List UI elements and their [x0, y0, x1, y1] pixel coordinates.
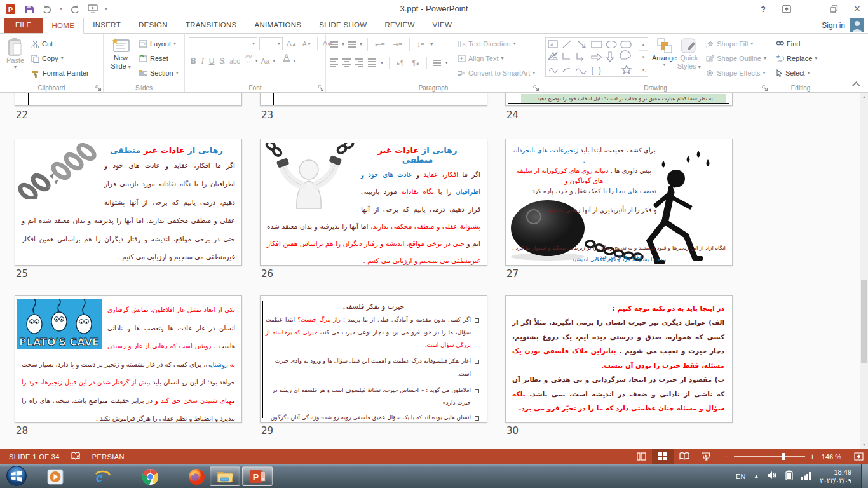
rtl-direction-button[interactable]: ¶◂ [410, 57, 420, 69]
decrease-font-size-button[interactable]: A▼ [301, 37, 314, 50]
battery-icon[interactable] [785, 470, 793, 482]
numbering-button[interactable] [348, 41, 356, 48]
tab-file[interactable]: FILE [4, 18, 43, 33]
font-dialog-launcher[interactable] [318, 85, 324, 91]
select-button[interactable]: Select▾ [774, 66, 819, 80]
character-spacing-button[interactable]: AV↔ [243, 55, 254, 67]
columns-button[interactable] [433, 60, 441, 66]
windows-media-player-icon[interactable] [46, 467, 65, 486]
show-desktop-button[interactable] [861, 464, 868, 488]
powerpoint-taskbar-button[interactable]: P [242, 466, 273, 486]
internet-explorer-icon[interactable]: e [93, 467, 112, 486]
avatar[interactable] [850, 18, 864, 32]
bullets-button[interactable] [330, 41, 338, 48]
change-case-button[interactable]: Aa [259, 55, 271, 67]
chrome-icon[interactable] [140, 467, 159, 486]
tab-home[interactable]: HOME [43, 18, 85, 34]
convert-to-smartart-button[interactable]: Convert to SmartArt▾ [456, 66, 537, 80]
slide-thumbnail-23[interactable] [260, 93, 487, 106]
normal-view-button[interactable] [630, 449, 652, 464]
slide-thumbnail-24[interactable]: به نظر شما کدام عبارت عمیق تر و جذاب تر … [505, 93, 733, 106]
sign-in-label[interactable]: Sign in [822, 21, 845, 30]
fit-slide-to-window-button[interactable] [849, 449, 868, 464]
slide-thumbnail-28[interactable]: PLATO'S CAVE یکی از ابعاد تمثیل غار افلا… [15, 295, 242, 423]
shape-outline-button[interactable]: Shape Outline▾ [703, 51, 768, 65]
ribbon-display-options-button[interactable] [781, 3, 792, 15]
tab-transitions[interactable]: TRANSITIONS [177, 18, 246, 33]
customize-qat-icon[interactable]: ▾ [105, 6, 107, 11]
slide-thumbnail-25[interactable]: رهایی از عادات غیر منطقی اگر ما افکار، ع… [15, 139, 242, 266]
slide-sorter-view-button[interactable] [652, 449, 674, 464]
vertical-scrollbar[interactable]: ▲ ▼ [860, 93, 868, 449]
text-direction-button[interactable]: A Text Direction▾ [456, 37, 537, 51]
line-spacing-button[interactable]: ↕≡ [415, 38, 426, 51]
tab-view[interactable]: VIEW [424, 18, 461, 33]
slide-thumbnail-30[interactable]: در اینجا باید به دو نکته توجه کنیم : الف… [505, 295, 733, 423]
language-indicator[interactable]: PERSIAN [92, 453, 125, 461]
start-from-beginning-icon[interactable] [86, 3, 99, 15]
drawing-dialog-launcher[interactable] [762, 85, 768, 91]
network-signal-icon[interactable] [801, 471, 811, 482]
shape-effects-button[interactable]: Shape Effects▾ [703, 66, 768, 80]
slide-thumbnail-26[interactable]: رهایی از عادات غیر منطقی اگر ما افکار، ع… [260, 139, 487, 266]
increase-font-size-button[interactable]: A▲ [285, 37, 299, 50]
clipboard-dialog-launcher[interactable] [95, 85, 102, 91]
zoom-percentage[interactable]: 146 % [822, 453, 841, 461]
italic-button[interactable]: I [200, 55, 206, 67]
zoom-in-button[interactable]: + [810, 454, 815, 460]
powerpoint-app-icon[interactable]: P [4, 3, 17, 15]
font-name-combobox[interactable]: ▾ [189, 37, 257, 50]
show-hidden-icons-button[interactable]: ▲ [754, 473, 759, 479]
find-button[interactable]: Find [774, 37, 819, 51]
help-button[interactable]: ? [757, 3, 769, 15]
undo-icon[interactable] [41, 3, 54, 15]
align-text-button[interactable]: Align Text▾ [456, 51, 537, 65]
font-color-button[interactable]: A [281, 55, 292, 67]
tab-slide-show[interactable]: SLIDE SHOW [310, 18, 376, 33]
tab-design[interactable]: DESIGN [130, 18, 177, 33]
language-tray-indicator[interactable]: EN [736, 473, 745, 480]
copy-button[interactable]: Copy▾ [29, 51, 91, 65]
zoom-slider-track[interactable] [734, 456, 805, 457]
layout-button[interactable]: Layout▾ [137, 37, 180, 51]
align-center-button[interactable] [342, 58, 351, 67]
slide-thumbnail-27[interactable]: برای کشف حقیقت، ابتدا باید زنجیرعادت های… [505, 139, 733, 266]
shapes-more-button[interactable]: ▼̱ [639, 64, 648, 76]
restore-button[interactable] [828, 3, 839, 15]
tab-insert[interactable]: INSERT [84, 18, 130, 33]
cut-button[interactable]: Cut [29, 37, 91, 51]
save-icon[interactable] [23, 3, 36, 15]
volume-icon[interactable] [767, 471, 777, 482]
scrollbar-down-arrow[interactable]: ▼ [860, 440, 868, 449]
shape-fill-button[interactable]: Shape Fill▾ [703, 37, 768, 51]
tab-animations[interactable]: ANIMATIONS [246, 18, 311, 33]
align-left-button[interactable] [330, 58, 338, 67]
slide-thumbnail-22[interactable] [15, 93, 242, 106]
close-button[interactable]: × [851, 3, 863, 15]
spell-check-icon[interactable] [71, 452, 81, 461]
new-slide-button[interactable]: New Slide ▾ [105, 36, 137, 81]
slide-thumbnail-29[interactable]: حیرت و تفکر فلسفی اگر کسی بدون مقدمه و آ… [260, 295, 487, 423]
replace-button[interactable]: abac Replace▾ [774, 51, 819, 65]
quick-styles-button[interactable]: Quick Styles ▾ [677, 36, 701, 81]
increase-indent-button[interactable]: ⇥≡ [391, 38, 405, 51]
firefox-icon[interactable] [187, 467, 206, 486]
paragraph-dialog-launcher[interactable] [533, 85, 539, 91]
bold-button[interactable]: B [189, 55, 198, 67]
tab-review[interactable]: REVIEW [376, 18, 423, 33]
scrollbar-thumb[interactable] [861, 280, 867, 363]
slide-indicator[interactable]: SLIDE 1 OF 34 [9, 453, 60, 461]
shapes-scroll-up[interactable]: ▲ [639, 38, 648, 50]
align-right-button[interactable] [355, 58, 363, 67]
arrange-button[interactable]: Arrange ▾ [652, 36, 677, 81]
file-explorer-taskbar-button[interactable] [210, 466, 240, 486]
decrease-indent-button[interactable]: ⇤≡ [373, 38, 387, 51]
undo-dropdown-icon[interactable]: ▾ [60, 6, 62, 11]
reset-button[interactable]: Reset [137, 51, 180, 65]
font-size-combobox[interactable]: ▾ [259, 37, 283, 50]
format-painter-button[interactable]: Format Painter [29, 66, 91, 80]
scrollbar-up-arrow[interactable]: ▲ [860, 93, 868, 101]
ltr-direction-button[interactable]: ▸¶ [395, 57, 405, 69]
clock[interactable]: 18:49 ۲۰۲۳/۰۳/۰۹ [820, 468, 851, 485]
minimize-button[interactable]: — [804, 3, 816, 15]
